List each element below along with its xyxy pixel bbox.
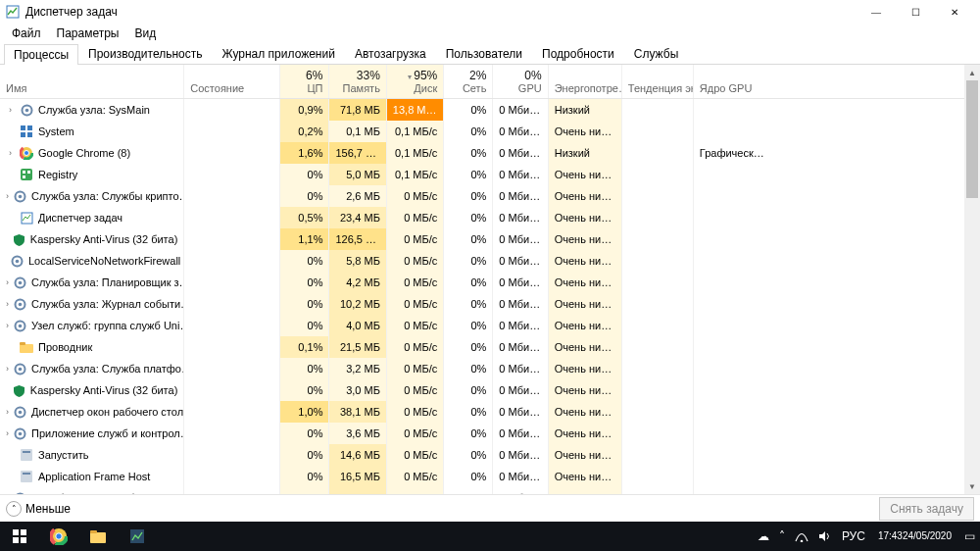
col-header-status[interactable]: Состояние xyxy=(184,65,280,99)
taskbar-chrome-icon[interactable] xyxy=(39,522,78,551)
tab-1[interactable]: Производительность xyxy=(78,43,212,64)
col-header-power[interactable]: Энергопотре… xyxy=(548,65,621,99)
col-header-mem[interactable]: 33%Память xyxy=(329,65,386,99)
cell-ptrend xyxy=(621,250,693,272)
expand-chevron-icon[interactable]: › xyxy=(6,299,9,309)
fewer-details-toggle[interactable]: ˄ Меньше xyxy=(6,501,71,517)
cell-gpu: 0 Мбит/с xyxy=(493,121,548,142)
process-row[interactable]: Диспетчер задач0,5%23,4 МБ0 МБ/с0%0 Мбит… xyxy=(0,207,980,228)
cell-status xyxy=(184,444,280,466)
tray-time: 17:43 xyxy=(878,530,903,542)
start-button[interactable] xyxy=(0,522,39,551)
cell-ptrend xyxy=(621,228,693,250)
process-row[interactable]: ›Узел служб: группа служб Uni…0%4,0 МБ0 … xyxy=(0,315,980,336)
expand-chevron-icon[interactable]: › xyxy=(6,191,9,201)
process-name: Kaspersky Anti-Virus (32 бита) xyxy=(30,233,177,245)
process-row[interactable]: ›Служба узла: Служба платфо…0%3,2 МБ0 МБ… xyxy=(0,358,980,379)
expand-chevron-icon[interactable]: › xyxy=(6,321,9,330)
expand-chevron-icon[interactable]: › xyxy=(6,407,9,417)
process-row[interactable]: Application Frame Host0%16,5 МБ0 МБ/с0%0… xyxy=(0,466,980,487)
process-row[interactable]: ›Служба узла: Планировщик з…0%4,2 МБ0 МБ… xyxy=(0,272,980,293)
tray-clock[interactable]: 17:43 24/05/2020 xyxy=(870,522,959,551)
taskbar-explorer-icon[interactable] xyxy=(78,522,118,551)
expand-chevron-icon[interactable]: › xyxy=(6,148,15,158)
cell-cpu: 1,0% xyxy=(280,401,329,423)
process-name: System xyxy=(38,125,74,137)
chevron-up-icon: ˄ xyxy=(6,501,22,517)
process-row[interactable]: Kaspersky Anti-Virus (32 бита)1,1%126,5 … xyxy=(0,228,980,250)
process-row[interactable]: Запустить0%14,6 МБ0 МБ/с0%0 Мбит/сОчень … xyxy=(0,444,980,466)
gear-icon xyxy=(14,276,26,289)
tray-notifications-icon[interactable]: ▭ xyxy=(959,522,980,551)
menu-file[interactable]: Файл xyxy=(4,25,49,42)
process-row[interactable]: ›Служба узла: Журнал событи…0%10,2 МБ0 М… xyxy=(0,293,980,315)
cell-disk: 0 МБ/с xyxy=(386,379,443,401)
process-row[interactable]: LocalServiceNoNetworkFirewall …0%5,8 МБ0… xyxy=(0,250,980,272)
expand-chevron-icon[interactable]: › xyxy=(6,277,9,287)
tab-4[interactable]: Пользователи xyxy=(436,43,532,64)
expand-chevron-icon[interactable]: › xyxy=(6,428,9,438)
menu-options[interactable]: Параметры xyxy=(49,25,127,42)
cell-power: Очень низкое xyxy=(548,272,621,293)
col-header-ptrend[interactable]: Тенденция эн… xyxy=(621,65,693,99)
cell-cpu: 0% xyxy=(280,272,329,293)
tray-overflow-icon[interactable]: ˄ xyxy=(774,522,790,551)
tray-language[interactable]: РУС xyxy=(837,522,870,551)
tab-5[interactable]: Подробности xyxy=(532,43,624,64)
svg-rect-45 xyxy=(21,537,26,543)
app-icon xyxy=(20,448,33,462)
scroll-thumb[interactable] xyxy=(966,80,978,198)
tray-onedrive-icon[interactable]: ☁ xyxy=(753,522,774,551)
tray-network-icon[interactable] xyxy=(790,522,813,551)
cell-gpu: 0 Мбит/с xyxy=(493,142,548,164)
scroll-up-icon[interactable]: ▲ xyxy=(964,65,980,80)
maximize-button[interactable]: ☐ xyxy=(896,0,935,24)
svg-rect-3 xyxy=(21,125,25,130)
tray-volume-icon[interactable] xyxy=(813,522,837,551)
col-header-gpueng[interactable]: Ядро GPU xyxy=(693,65,979,99)
scroll-down-icon[interactable]: ▼ xyxy=(964,478,980,494)
col-header-net[interactable]: 2%Сеть xyxy=(444,65,493,99)
tab-3[interactable]: Автозагрузка xyxy=(345,43,436,64)
svg-rect-51 xyxy=(90,532,106,543)
cell-net: 0% xyxy=(444,207,493,228)
svg-rect-12 xyxy=(23,171,25,174)
cell-power: Очень низкое xyxy=(548,207,621,228)
col-header-disk[interactable]: ▾ 95%Диск xyxy=(386,65,443,99)
process-row[interactable]: Kaspersky Anti-Virus (32 бита)0%3,0 МБ0 … xyxy=(0,379,980,401)
close-button[interactable]: ✕ xyxy=(935,0,974,24)
process-row[interactable]: System0,2%0,1 МБ0,1 МБ/с0%0 Мбит/сОчень … xyxy=(0,121,980,142)
reg-icon xyxy=(20,168,33,181)
process-name: Application Frame Host xyxy=(38,471,150,482)
col-header-name[interactable]: Имя xyxy=(0,65,184,99)
cell-ptrend xyxy=(621,99,693,122)
cell-net: 0% xyxy=(444,164,493,185)
tab-6[interactable]: Службы xyxy=(624,43,688,64)
menu-view[interactable]: Вид xyxy=(126,25,164,42)
process-row[interactable]: ›Приложение служб и контрол…0%3,6 МБ0 МБ… xyxy=(0,423,980,444)
cell-gpu: 0 Мбит/с xyxy=(493,293,548,315)
process-row[interactable]: ›Служба узла: SysMain0,9%71,8 МБ13,8 МБ/… xyxy=(0,99,980,122)
process-row[interactable]: ›Служба узла: Службы крипто…0%2,6 МБ0 МБ… xyxy=(0,185,980,207)
cell-gpueng xyxy=(693,487,979,494)
process-row[interactable]: ›Google Chrome (8)1,6%156,7 МБ0,1 МБ/с0%… xyxy=(0,142,980,164)
cell-mem: 38,1 МБ xyxy=(329,401,386,423)
col-header-gpu[interactable]: 0%GPU xyxy=(493,65,548,99)
cell-net: 0% xyxy=(444,444,493,466)
cell-disk: 0 МБ/с xyxy=(386,401,443,423)
taskbar-taskmanager-icon[interactable] xyxy=(118,522,157,551)
process-row[interactable]: ›Служба узла: Служба пользов…0%4,1 МБ0 М… xyxy=(0,487,980,494)
col-header-cpu[interactable]: 6%ЦП xyxy=(280,65,329,99)
process-row[interactable]: Проводник0,1%21,5 МБ0 МБ/с0%0 Мбит/сОчен… xyxy=(0,336,980,358)
expand-chevron-icon[interactable]: › xyxy=(6,364,9,374)
vertical-scrollbar[interactable]: ▲ ▼ xyxy=(964,65,980,494)
cell-gpueng xyxy=(693,379,979,401)
process-row[interactable]: Registry0%5,0 МБ0,1 МБ/с0%0 Мбит/сОчень … xyxy=(0,164,980,185)
expand-chevron-icon[interactable]: › xyxy=(6,493,9,494)
tab-0[interactable]: Процессы xyxy=(4,44,78,65)
tab-2[interactable]: Журнал приложений xyxy=(213,43,345,64)
minimize-button[interactable]: — xyxy=(857,0,896,24)
process-row[interactable]: ›Диспетчер окон рабочего стола1,0%38,1 М… xyxy=(0,401,980,423)
expand-chevron-icon[interactable]: › xyxy=(6,105,15,115)
end-task-button[interactable]: Снять задачу xyxy=(879,497,974,521)
